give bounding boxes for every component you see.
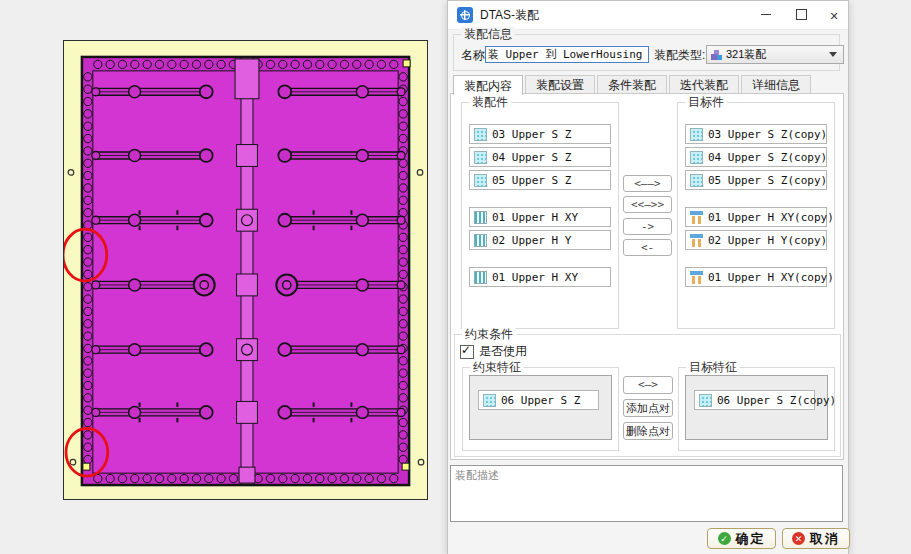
chevron-down-icon: [829, 52, 837, 57]
surface-icon: [474, 128, 487, 141]
surface-icon: [474, 174, 487, 187]
part-item-label: 02 Upper H Y: [492, 234, 571, 247]
ok-button-label: 确定: [736, 530, 766, 548]
use-constraint-checkbox[interactable]: [460, 345, 474, 359]
assembly-content-panel: 装配件 03 Upper S Z04 Upper S Z05 Upper S Z…: [450, 93, 844, 460]
constraint-feature-label: 约束特征: [470, 360, 524, 374]
hole-icon: [474, 271, 487, 284]
check-circle-icon: ✓: [718, 532, 731, 545]
remove-point-pair-button[interactable]: 删除点对: [623, 422, 673, 440]
target-feature-list: 06 Upper S Z(copy): [694, 384, 815, 410]
cad-viewport[interactable]: [63, 40, 428, 500]
assembly-type-icon: [710, 49, 722, 61]
hole-icon: [474, 234, 487, 247]
pin-icon: [690, 271, 703, 284]
surface-icon: [690, 174, 703, 187]
source-parts-list: 03 Upper S Z04 Upper S Z05 Upper S Z01 U…: [469, 121, 611, 287]
part-item-label: 06 Upper S Z: [501, 394, 580, 407]
dtas-assembly-dialog: DTAS-装配 装配信息 名称: 装配类型: 321装配 装配内容装配设置条件装…: [447, 0, 849, 554]
part-item[interactable]: 02 Upper H Y(copy): [685, 230, 827, 250]
assembly-description-textarea[interactable]: [450, 465, 843, 522]
screen: DTAS-装配 装配信息 名称: 装配类型: 321装配 装配内容装配设置条件装…: [0, 0, 911, 554]
part-item-label: 04 Upper S Z: [492, 151, 571, 164]
move-left-button[interactable]: <-: [623, 239, 672, 256]
minimize-icon: [761, 14, 771, 15]
target-parts-label: 目标件: [685, 95, 727, 109]
constraint-feature-group: 约束特征 06 Upper S Z: [462, 367, 619, 451]
surface-icon: [690, 151, 703, 164]
ok-button[interactable]: ✓ 确定: [707, 528, 776, 549]
cad-drawing: [64, 41, 427, 499]
tab-conditional-assembly[interactable]: 条件装配: [597, 75, 667, 94]
x-circle-icon: ✕: [792, 532, 805, 545]
assembly-name-input[interactable]: [485, 46, 649, 63]
tab-assembly-content[interactable]: 装配内容: [453, 75, 523, 95]
constraint-group: 约束条件 是否使用 约束特征 06 Upper S Z <—> 添加点对 删除点…: [454, 334, 841, 457]
minimize-button[interactable]: [751, 1, 781, 28]
part-item[interactable]: 01 Upper H XY(copy): [685, 207, 827, 227]
target-parts-group: 目标件 03 Upper S Z(copy)04 Upper S Z(copy)…: [677, 102, 835, 329]
maximize-icon: [796, 9, 807, 20]
part-item-label: 06 Upper S Z(copy): [717, 394, 836, 407]
hole-icon: [474, 211, 487, 224]
part-item-label: 04 Upper S Z(copy): [708, 151, 827, 164]
part-item[interactable]: 05 Upper S Z(copy): [685, 170, 827, 190]
add-point-pair-button[interactable]: 添加点对: [623, 399, 673, 417]
part-item[interactable]: 02 Upper H Y: [469, 230, 611, 250]
part-item[interactable]: 06 Upper S Z: [478, 390, 599, 410]
part-item-label: 01 Upper H XY(copy): [708, 211, 834, 224]
part-item-label: 01 Upper H XY: [492, 271, 578, 284]
source-parts-label: 装配件: [469, 95, 511, 109]
pin-icon: [690, 211, 703, 224]
part-item[interactable]: 01 Upper H XY: [469, 207, 611, 227]
part-item[interactable]: 01 Upper H XY: [469, 267, 611, 287]
cancel-button-label: 取消: [810, 530, 840, 548]
app-icon: [457, 7, 473, 23]
constraint-feature-list: 06 Upper S Z: [478, 384, 599, 410]
pair-link-button[interactable]: <—>: [623, 376, 673, 394]
part-item-label: 01 Upper H XY: [492, 211, 578, 224]
tab-details[interactable]: 详细信息: [741, 75, 811, 94]
transfer-buttons: <——> <<—>> -> <-: [623, 175, 672, 260]
close-icon: [829, 6, 838, 24]
part-item-label: 02 Upper H Y(copy): [708, 234, 827, 247]
target-feature-label: 目标特征: [686, 360, 740, 374]
use-constraint-label: 是否使用: [479, 343, 527, 360]
part-item-label: 03 Upper S Z(copy): [708, 128, 827, 141]
part-item[interactable]: 04 Upper S Z: [469, 147, 611, 167]
target-parts-list: 03 Upper S Z(copy)04 Upper S Z(copy)05 U…: [685, 121, 827, 287]
part-item-label: 03 Upper S Z: [492, 128, 571, 141]
close-button[interactable]: [819, 1, 849, 28]
assembly-info-label: 装配信息: [461, 27, 515, 41]
link-pair-button[interactable]: <——>: [623, 175, 672, 192]
type-label: 装配类型:: [654, 47, 705, 64]
dialog-titlebar[interactable]: DTAS-装配: [448, 1, 848, 30]
pin-icon: [690, 234, 703, 247]
part-item-label: 05 Upper S Z: [492, 174, 571, 187]
assembly-type-dropdown[interactable]: 321装配: [706, 45, 844, 64]
part-item[interactable]: 06 Upper S Z(copy): [694, 390, 815, 410]
part-item-label: 01 Upper H XY(copy): [708, 271, 834, 284]
move-right-button[interactable]: ->: [623, 218, 672, 235]
tab-bar: 装配内容装配设置条件装配迭代装配详细信息: [453, 75, 813, 94]
tab-iterative-assembly[interactable]: 迭代装配: [669, 75, 739, 94]
part-item[interactable]: 04 Upper S Z(copy): [685, 147, 827, 167]
maximize-button[interactable]: [786, 1, 816, 28]
window-title: DTAS-装配: [480, 7, 539, 24]
surface-icon: [690, 128, 703, 141]
constraint-feature-inset: 06 Upper S Z: [469, 375, 612, 440]
constraint-label: 约束条件: [462, 327, 516, 341]
part-item[interactable]: 03 Upper S Z(copy): [685, 124, 827, 144]
tab-assembly-settings[interactable]: 装配设置: [525, 75, 595, 94]
source-parts-group: 装配件 03 Upper S Z04 Upper S Z05 Upper S Z…: [461, 102, 619, 329]
surface-icon: [699, 394, 712, 407]
link-all-button[interactable]: <<—>>: [623, 196, 672, 213]
part-item[interactable]: 03 Upper S Z: [469, 124, 611, 144]
cancel-button[interactable]: ✕ 取消: [782, 528, 850, 549]
assembly-type-value: 321装配: [726, 47, 829, 62]
target-feature-group: 目标特征 06 Upper S Z(copy): [678, 367, 835, 451]
constraint-buttons: <—> 添加点对 删除点对: [623, 376, 673, 445]
part-item[interactable]: 05 Upper S Z: [469, 170, 611, 190]
part-item[interactable]: 01 Upper H XY(copy): [685, 267, 827, 287]
surface-icon: [483, 394, 496, 407]
